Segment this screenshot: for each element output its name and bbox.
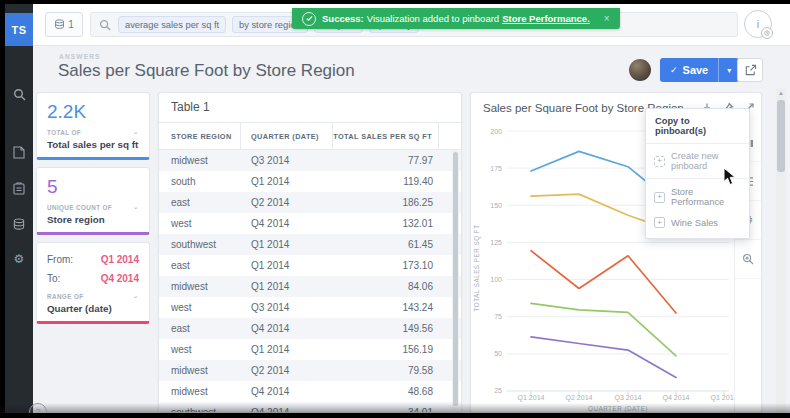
add-to-pinboard-icon: + (654, 192, 665, 203)
table-scrollbar[interactable] (452, 150, 459, 410)
help-button[interactable]: ? (29, 403, 47, 413)
pinboard-menu-item[interactable]: +Wine Sales (646, 212, 749, 233)
table-cell: 79.58 (333, 360, 439, 381)
svg-text:200: 200 (490, 128, 502, 135)
table-row[interactable]: midwestQ1 201484.06 (159, 276, 461, 297)
save-button[interactable]: ✓ Save (660, 58, 718, 82)
info-label: i (757, 18, 759, 30)
table-cell: midwest (159, 381, 241, 402)
table-row[interactable]: westQ1 2014156.19 (159, 339, 461, 360)
create-new-pinboard-item[interactable]: + Create new pinboard (646, 144, 749, 179)
page-scrollbar[interactable]: ▲ (776, 88, 786, 413)
table-cell: Q1 2014 (241, 339, 333, 360)
table-row[interactable]: southwestQ4 201434.01 (159, 402, 461, 413)
column-header[interactable]: QUARTER (DATE) (241, 123, 333, 149)
check-icon: ✓ (670, 65, 678, 75)
kpi-agg-label: TOTAL OF (47, 129, 81, 136)
svg-text:150: 150 (490, 202, 502, 209)
table-cell: 149.56 (333, 318, 439, 339)
table-cell: 186.25 (333, 192, 439, 213)
kpi-aggregation: RANGE OF⌄ (47, 292, 139, 300)
svg-text:TOTAL SALES PER SQ FT: TOTAL SALES PER SQ FT (473, 224, 481, 311)
table-row[interactable]: midwestQ3 201477.97 (159, 150, 461, 171)
chevron-down-icon[interactable]: ⌄ (133, 292, 139, 300)
svg-text:Q3 2014: Q3 2014 (615, 394, 642, 402)
table-cell: midwest (159, 360, 241, 381)
table-row[interactable]: eastQ4 2014149.56 (159, 318, 461, 339)
table-row[interactable]: midwestQ4 201448.68 (159, 381, 461, 402)
zoom-icon[interactable] (735, 240, 761, 279)
chevron-down-icon[interactable]: ⌄ (133, 128, 139, 136)
table-cell: midwest (159, 276, 241, 297)
table-cell: 173.10 (333, 255, 439, 276)
data-source-icon (54, 19, 65, 30)
toast-message: Visualization added to pinboard (367, 13, 499, 24)
table-scrollbar-thumb[interactable] (453, 152, 458, 406)
search-icon[interactable] (5, 88, 33, 101)
pinboard-menu-item[interactable]: +Store Performance (646, 182, 749, 212)
kpi-column: 2.2KTOTAL OF⌄Total sales per sq ft5UNIQU… (36, 92, 150, 331)
table-cell: Q1 2014 (241, 276, 333, 297)
chevron-down-icon: ▾ (727, 66, 731, 75)
scrollbar-up-arrow[interactable]: ▲ (776, 88, 786, 98)
table-header-gutter (439, 123, 461, 149)
svg-text:100: 100 (490, 276, 502, 283)
share-icon (744, 64, 757, 76)
pinboard-list: +Store Performance+Wine Sales (646, 179, 749, 238)
thoughtspot-logo[interactable]: TS (5, 13, 33, 46)
info-button[interactable]: i (744, 10, 772, 38)
breadcrumb: ANSWERS (59, 53, 101, 60)
svg-text:125: 125 (490, 239, 502, 246)
kpi-aggregation: TOTAL OF⌄ (47, 128, 139, 136)
table-cell: southwest (159, 402, 241, 413)
toast: Success: Visualization added to pinboard… (292, 8, 620, 29)
save-label: Save (683, 64, 709, 76)
search-token[interactable]: average sales per sq ft (118, 16, 226, 33)
table-row[interactable]: westQ4 2014132.01 (159, 213, 461, 234)
table-cell: Q4 2014 (241, 402, 333, 413)
pinboard-name: Wine Sales (671, 218, 718, 228)
svg-text:50: 50 (494, 350, 502, 357)
column-header[interactable]: TOTAL SALES PER SQ FT (333, 123, 439, 149)
table-cell: east (159, 255, 241, 276)
toast-pinboard-link[interactable]: Store Performance. (502, 13, 590, 24)
kpi-column-name: Store region (47, 214, 139, 225)
table-header-row: STORE REGIONQUARTER (DATE)TOTAL SALES PE… (159, 123, 461, 150)
table-cell: 34.01 (333, 402, 439, 413)
table-cell: 156.19 (333, 339, 439, 360)
table-cell: Q1 2014 (241, 171, 333, 192)
page-scrollbar-thumb[interactable] (777, 100, 785, 172)
letterbox-bottom (0, 413, 790, 418)
table-row[interactable]: midwestQ2 201479.58 (159, 360, 461, 381)
table-row[interactable]: westQ3 2014143.24 (159, 297, 461, 318)
table-row[interactable]: southwestQ1 201461.45 (159, 234, 461, 255)
app-window: ⚙ TS ? 1 average sales per sq ftby store… (0, 4, 790, 413)
table-body: midwestQ3 201477.97southQ1 2014119.40eas… (159, 150, 461, 413)
table-cell: Q4 2014 (241, 381, 333, 402)
settings-gear-icon[interactable]: ⚙ (5, 252, 33, 266)
column-header[interactable]: STORE REGION (159, 123, 241, 149)
search-icon (99, 19, 111, 31)
answers-icon[interactable] (5, 146, 33, 159)
table-cell: midwest (159, 150, 241, 171)
table-title: Table 1 (159, 93, 461, 123)
user-avatar[interactable] (629, 59, 651, 81)
table-cell: south (159, 171, 241, 192)
data-icon[interactable] (5, 218, 33, 231)
kpi-from-value: Q1 2014 (101, 254, 139, 265)
chevron-down-icon[interactable]: ⌄ (133, 203, 139, 211)
check-circle-icon (302, 12, 316, 26)
data-source-button[interactable]: 1 (45, 12, 83, 37)
table-row[interactable]: eastQ1 2014173.10 (159, 255, 461, 276)
letterbox-left (0, 0, 5, 418)
table-cell: Q1 2014 (241, 255, 333, 276)
share-button[interactable] (737, 58, 763, 82)
table-cell: west (159, 339, 241, 360)
kpi-card-3: From:Q1 2014To:Q4 2014RANGE OF⌄Quarter (… (36, 242, 150, 324)
pinboards-icon[interactable] (5, 182, 33, 195)
toast-close-icon[interactable]: × (604, 13, 610, 24)
table-row[interactable]: southQ1 2014119.40 (159, 171, 461, 192)
table-row[interactable]: eastQ2 2014186.25 (159, 192, 461, 213)
table-cell: west (159, 213, 241, 234)
kpi-agg-label: RANGE OF (47, 293, 83, 300)
